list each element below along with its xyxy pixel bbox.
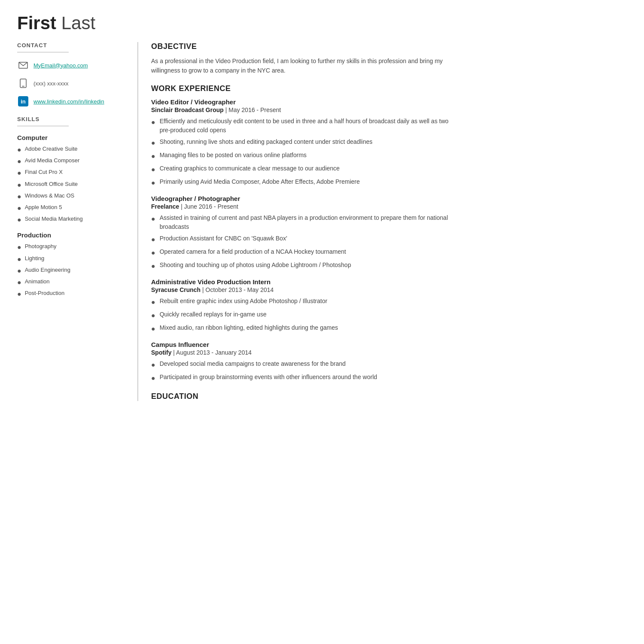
skill-item: ●Apple Motion 5 xyxy=(17,204,129,212)
bullet: ● xyxy=(17,146,21,154)
skill-item: ●Adobe Creative Suite xyxy=(17,146,129,154)
bullet-text: Quickly recalled replays for in-game use xyxy=(160,310,267,319)
skill-label: Social Media Marketing xyxy=(25,216,83,222)
job-bullet: ●Efficiently and meticulously edit conte… xyxy=(151,117,455,135)
skills-section: SKILLS Computer ●Adobe Creative Suite ●A… xyxy=(17,116,129,298)
bullet-dot: ● xyxy=(151,151,155,161)
job-bullet: ●Quickly recalled replays for in-game us… xyxy=(151,310,455,321)
bullet-text: Shooting and touching up of photos using… xyxy=(160,261,351,270)
production-skills-list: ●Photography ●Lighting ●Audio Engineerin… xyxy=(17,243,129,298)
skill-item: ●Photography xyxy=(17,243,129,251)
bullet-text: Efficiently and meticulously edit conten… xyxy=(160,117,455,135)
bullet-text: Developed social media campaigns to crea… xyxy=(160,359,346,368)
skill-item: ●Lighting xyxy=(17,255,129,263)
email-icon xyxy=(17,59,29,71)
production-category-title: Production xyxy=(17,231,129,239)
job-bullet: ●Production Assistant for CNBC on 'Squaw… xyxy=(151,234,455,245)
bullet-dot: ● xyxy=(151,324,155,334)
job-bullet: ●Managing files to be posted on various … xyxy=(151,151,455,161)
skills-title: SKILLS xyxy=(17,116,129,122)
left-column: CONTACT MyEmail@yahoo.com xyxy=(17,42,137,401)
bullet-text: Mixed audio, ran ribbon lighting, edited… xyxy=(160,323,338,332)
skill-label: Lighting xyxy=(25,255,45,261)
skill-item: ●Animation xyxy=(17,278,129,286)
contact-phone-row: (xxx) xxx-xxxx xyxy=(17,77,129,89)
contact-title: CONTACT xyxy=(17,42,129,49)
skill-item: ●Windows & Mac OS xyxy=(17,192,129,200)
job-entry-4: Campus Influencer Spotify | August 2013 … xyxy=(151,341,455,383)
skill-item: ●Audio Engineering xyxy=(17,267,129,275)
bullet-dot: ● xyxy=(151,261,155,271)
job-bullets-3: ●Rebuilt entire graphic index using Adob… xyxy=(151,297,455,334)
job-bullet: ●Shooting, running live shots and editin… xyxy=(151,137,455,148)
job-bullets-4: ●Developed social media campaigns to cre… xyxy=(151,359,455,383)
education-title: EDUCATION xyxy=(151,392,455,401)
job-bullet: ●Developed social media campaigns to cre… xyxy=(151,359,455,370)
job-title-2: Videographer / Photographer xyxy=(151,195,455,202)
job-bullet: ●Participated in group brainstorming eve… xyxy=(151,373,455,383)
bullet: ● xyxy=(17,278,21,286)
first-name: First xyxy=(17,13,56,33)
job-bullet: ●Creating graphics to communicate a clea… xyxy=(151,164,455,175)
job-bullet: ●Shooting and touching up of photos usin… xyxy=(151,261,455,271)
skill-label: Photography xyxy=(25,243,57,249)
linkedin-link[interactable]: www.linkedin.com/in/linkedin xyxy=(33,98,104,105)
job-title-1: Video Editor / Videographer xyxy=(151,98,455,106)
bullet: ● xyxy=(17,255,21,263)
skill-label: Apple Motion 5 xyxy=(25,204,62,210)
skill-label: Final Cut Pro X xyxy=(25,169,63,175)
job-bullets-1: ●Efficiently and meticulously edit conte… xyxy=(151,117,455,188)
bullet-text: Participated in group brainstorming even… xyxy=(160,373,377,382)
bullet-text: Operated camera for a field production o… xyxy=(160,247,346,256)
job-company-2: Freelance | June 2016 - Present xyxy=(151,203,455,210)
bullet-dot: ● xyxy=(151,234,155,245)
job-bullet: ●Rebuilt entire graphic index using Adob… xyxy=(151,297,455,307)
objective-section: OBJECTIVE As a professional in the Video… xyxy=(151,42,455,76)
objective-title: OBJECTIVE xyxy=(151,42,455,51)
bullet: ● xyxy=(17,169,21,177)
job-bullet: ●Assisted in training of current and pas… xyxy=(151,213,455,231)
job-title-4: Campus Influencer xyxy=(151,341,455,348)
skill-label: Adobe Creative Suite xyxy=(25,146,78,152)
job-bullet: ●Primarily using Avid Media Composer, Ad… xyxy=(151,177,455,188)
bullet: ● xyxy=(17,216,21,224)
phone-icon xyxy=(17,77,29,89)
education-section: EDUCATION xyxy=(151,392,455,401)
job-bullet: ●Mixed audio, ran ribbon lighting, edite… xyxy=(151,323,455,334)
job-title-3: Administrative Video Production Intern xyxy=(151,278,455,286)
job-bullet: ●Operated camera for a field production … xyxy=(151,247,455,258)
job-company-3: Syracuse Crunch | October 2013 - May 201… xyxy=(151,286,455,293)
job-entry-1: Video Editor / Videographer Sinclair Bro… xyxy=(151,98,455,188)
contact-email-row: MyEmail@yahoo.com xyxy=(17,59,129,71)
bullet: ● xyxy=(17,243,21,251)
skill-label: Post-Production xyxy=(25,290,65,296)
skill-label: Windows & Mac OS xyxy=(25,192,75,199)
computer-skills-list: ●Adobe Creative Suite ●Avid Media Compos… xyxy=(17,146,129,224)
job-bullets-2: ●Assisted in training of current and pas… xyxy=(151,213,455,271)
right-column: OBJECTIVE As a professional in the Video… xyxy=(137,42,455,401)
bullet-dot: ● xyxy=(151,310,155,321)
phone-text: (xxx) xxx-xxxx xyxy=(33,80,69,87)
skill-item: ●Final Cut Pro X xyxy=(17,169,129,177)
computer-category-title: Computer xyxy=(17,134,129,141)
job-company-4: Spotify | August 2013 - January 2014 xyxy=(151,349,455,356)
skill-item: ●Post-Production xyxy=(17,290,129,298)
skills-divider xyxy=(17,126,69,126)
bullet-dot: ● xyxy=(151,178,155,188)
skill-item: ●Microsoft Office Suite xyxy=(17,181,129,189)
svg-rect-2 xyxy=(22,86,24,87)
last-name: Last xyxy=(56,13,95,33)
contact-section: CONTACT MyEmail@yahoo.com xyxy=(17,42,129,107)
bullet-dot: ● xyxy=(151,297,155,307)
objective-text: As a professional in the Video Productio… xyxy=(151,56,455,76)
bullet-text: Rebuilt entire graphic index using Adobe… xyxy=(160,297,328,306)
bullet-dot: ● xyxy=(151,164,155,175)
email-link[interactable]: MyEmail@yahoo.com xyxy=(33,62,88,69)
bullet-dot: ● xyxy=(151,138,155,148)
job-entry-3: Administrative Video Production Intern S… xyxy=(151,278,455,334)
job-company-1: Sinclair Broadcast Group | May 2016 - Pr… xyxy=(151,106,455,113)
bullet: ● xyxy=(17,192,21,200)
bullet: ● xyxy=(17,181,21,189)
bullet-text: Primarily using Avid Media Composer, Ado… xyxy=(160,177,360,186)
skill-label: Animation xyxy=(25,278,50,285)
